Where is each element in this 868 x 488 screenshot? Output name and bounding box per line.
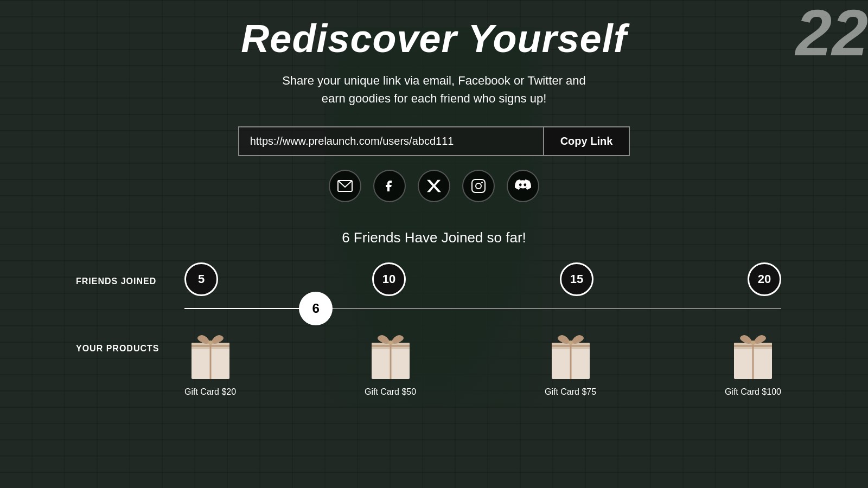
instagram-share-button[interactable] [462, 170, 495, 202]
current-position: 6 [299, 292, 333, 325]
svg-point-23 [751, 341, 755, 345]
product-item-75: Gift Card $75 [545, 328, 596, 397]
products-label: YOUR PRODUCTS [76, 328, 174, 354]
referral-link-input[interactable] [239, 127, 543, 155]
product-item-50: Gift Card $50 [365, 328, 416, 397]
svg-point-18 [569, 341, 573, 345]
product-label-20: Gift Card $20 [184, 387, 236, 397]
gift-box-20 [189, 328, 232, 382]
progress-line-row: 6 [76, 295, 792, 322]
gift-box-50 [369, 328, 412, 382]
main-content: Rediscover Yourself Share your unique li… [0, 0, 868, 397]
milestone-circle-10: 10 [372, 262, 406, 296]
progress-fill [184, 308, 304, 309]
milestone-circle-15: 15 [560, 262, 593, 296]
svg-point-13 [388, 341, 393, 345]
svg-point-3 [481, 182, 483, 183]
product-item-20: Gift Card $20 [184, 328, 236, 397]
copy-link-button[interactable]: Copy Link [543, 127, 629, 155]
social-icons-row [329, 170, 539, 202]
product-label-100: Gift Card $100 [725, 387, 781, 397]
link-share-row: Copy Link [238, 126, 630, 156]
progress-section: FRIENDS JOINED 5 10 15 20 [43, 262, 825, 322]
gift-box-75 [549, 328, 592, 382]
subtitle-line1: Share your unique link via email, Facebo… [282, 74, 586, 87]
friends-joined-label: FRIENDS JOINED [76, 277, 174, 286]
gift-box-100 [731, 328, 775, 382]
progress-bar-container: 6 [174, 295, 792, 322]
svg-point-2 [476, 183, 481, 189]
svg-rect-1 [472, 179, 485, 192]
product-label-75: Gift Card $75 [545, 387, 596, 397]
discord-share-button[interactable] [507, 170, 539, 202]
subtitle-line2: earn goodies for each friend who signs u… [322, 92, 547, 105]
facebook-share-button[interactable] [373, 170, 406, 202]
current-friends-circle: 6 [299, 292, 333, 325]
products-row: Gift Card $20 Gift Card $50 [174, 328, 792, 397]
friends-count-text: 6 Friends Have Joined so far! [342, 229, 526, 246]
product-label-50: Gift Card $50 [365, 387, 416, 397]
twitter-share-button[interactable] [418, 170, 450, 202]
progress-line [184, 308, 781, 309]
product-item-100: Gift Card $100 [725, 328, 781, 397]
subtitle: Share your unique link via email, Facebo… [282, 72, 586, 107]
milestone-circle-5: 5 [184, 262, 218, 296]
products-section: YOUR PRODUCTS Gift Card $20 [43, 328, 825, 397]
svg-point-8 [208, 341, 213, 345]
page-title: Rediscover Yourself [241, 16, 627, 61]
milestone-circle-20: 20 [748, 262, 781, 296]
email-share-button[interactable] [329, 170, 361, 202]
